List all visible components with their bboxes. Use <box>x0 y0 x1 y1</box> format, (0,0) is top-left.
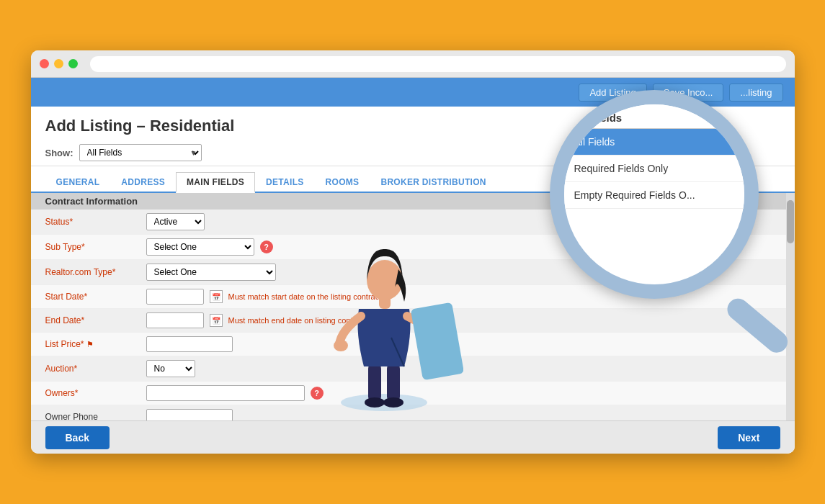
save-incomplete-button[interactable]: Save Inco... <box>653 84 724 102</box>
tab-main-fields[interactable]: MAIN FIELDS <box>176 172 255 193</box>
section-header: Contract Information <box>31 193 795 210</box>
status-label: Status* <box>45 217 146 227</box>
subtype-help-icon[interactable]: ? <box>260 240 273 253</box>
scrollbar-track[interactable] <box>786 193 795 423</box>
minimize-button[interactable] <box>54 59 63 68</box>
table-row: Status* Active <box>31 210 795 235</box>
subtype-select[interactable]: Select One <box>146 238 254 256</box>
status-control: Active <box>146 213 780 230</box>
table-row: List Price* ⚑ <box>31 333 795 356</box>
owners-label: Owners* <box>45 388 146 398</box>
status-select[interactable]: Active <box>146 213 205 230</box>
owners-input[interactable] <box>146 385 305 401</box>
auction-control: No Yes <box>146 360 780 377</box>
enddate-calendar-icon[interactable]: 📅 <box>210 314 223 327</box>
realtortype-select[interactable]: Select One <box>146 264 276 281</box>
tab-broker-distribution[interactable]: BROKER DISTRIBUTION <box>370 172 496 192</box>
enddate-control: 📅 Must match end date on listing contrac… <box>146 312 780 328</box>
add-listing-button[interactable]: Add Listing <box>579 84 646 102</box>
show-select[interactable]: All Fields Required Fields Only Empty Re… <box>79 144 202 161</box>
tab-address[interactable]: ADDRESS <box>110 172 176 192</box>
tab-nav: GENERAL ADDRESS MAIN FIELDS DETAILS ROOM… <box>31 166 795 193</box>
auction-label: Auction* <box>45 364 146 374</box>
enddate-label: End Date* <box>45 315 146 325</box>
form-area: Contract Information Status* Active Sub … <box>31 193 795 423</box>
browser-titlebar <box>31 50 795 78</box>
realtortype-label: Realtor.com Type* <box>45 267 146 277</box>
table-row: Sub Type* Select One ? <box>31 235 795 260</box>
startdate-calendar-icon[interactable]: 📅 <box>210 290 223 303</box>
page-title: Add Listing – Residential <box>45 117 780 135</box>
enddate-input[interactable] <box>146 312 204 328</box>
listing-button[interactable]: ...listing <box>729 84 782 102</box>
listprice-label: List Price* ⚑ <box>45 339 146 349</box>
realtortype-control: Select One <box>146 264 780 281</box>
startdate-label: Start Date* <box>45 292 146 302</box>
tab-general[interactable]: GENERAL <box>45 172 111 192</box>
show-row: Show: All Fields Required Fields Only Em… <box>31 140 795 166</box>
show-label: Show: <box>45 148 73 158</box>
subtype-control: Select One ? <box>146 238 780 256</box>
table-row: Realtor.com Type* Select One <box>31 260 795 285</box>
footer-bar: Back Next <box>31 420 795 454</box>
next-button[interactable]: Next <box>718 426 780 449</box>
owners-control: ? <box>146 385 780 401</box>
auction-select[interactable]: No Yes <box>146 360 195 377</box>
owners-help-icon[interactable]: ? <box>311 387 324 400</box>
table-row: Owners* ? <box>31 382 795 405</box>
listprice-control <box>146 336 780 352</box>
startdate-control: 📅 Must match start date on the listing c… <box>146 289 780 305</box>
form-area-inner: Contract Information Status* Active Sub … <box>31 193 795 423</box>
page-header: Add Listing – Residential <box>31 107 795 140</box>
back-button[interactable]: Back <box>45 426 110 449</box>
table-row: End Date* 📅 Must match end date on listi… <box>31 309 795 333</box>
tab-rooms[interactable]: ROOMS <box>315 172 370 192</box>
enddate-hint: Must match end date on listing contract … <box>228 316 414 325</box>
browser-window: Add Listing Save Inco... ...listing Add … <box>31 50 795 454</box>
startdate-input[interactable] <box>146 289 204 305</box>
show-select-wrap: All Fields Required Fields Only Empty Re… <box>79 144 202 161</box>
address-bar[interactable] <box>90 56 786 72</box>
tab-details[interactable]: DETAILS <box>255 172 315 192</box>
scrollbar-thumb[interactable] <box>787 200 794 243</box>
table-row: Auction* No Yes <box>31 356 795 382</box>
maximize-button[interactable] <box>68 59 78 68</box>
startdate-hint: Must match start date on the listing con… <box>228 292 384 301</box>
subtype-label: Sub Type* <box>45 242 146 252</box>
table-row: Start Date* 📅 Must match start date on t… <box>31 285 795 309</box>
listprice-input[interactable] <box>146 336 233 352</box>
browser-toolbar: Add Listing Save Inco... ...listing <box>31 78 795 107</box>
close-button[interactable] <box>40 59 49 68</box>
